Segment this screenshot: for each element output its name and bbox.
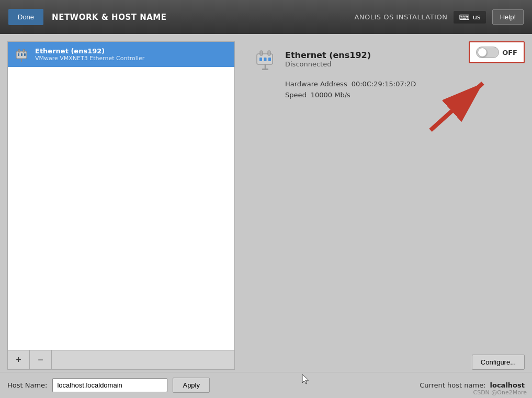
apply-button[interactable]: Apply bbox=[173, 378, 210, 393]
network-list[interactable]: Ethernet (ens192) VMware VMXNET3 Etherne… bbox=[7, 41, 235, 350]
header-left: Done NETWORK & HOST NAME bbox=[8, 9, 167, 25]
header-right: ANOLIS OS INSTALLATION ⌨ us Help! bbox=[354, 9, 524, 25]
toggle-area[interactable]: OFF bbox=[469, 41, 525, 63]
keyboard-icon: ⌨ bbox=[459, 13, 469, 21]
svg-rect-12 bbox=[268, 58, 271, 61]
toggle-label: OFF bbox=[502, 49, 517, 56]
network-item-desc: VMware VMXNET3 Ethernet Controller bbox=[35, 55, 144, 62]
done-button[interactable]: Done bbox=[8, 9, 43, 25]
toggle-track[interactable] bbox=[476, 47, 499, 58]
bottom-right: Current host name: localhost bbox=[420, 381, 525, 389]
list-controls: + − bbox=[7, 350, 235, 370]
device-name: Ethernet (ens192) bbox=[285, 50, 371, 60]
ethernet-icon bbox=[13, 46, 30, 63]
hostname-input[interactable] bbox=[52, 378, 167, 392]
svg-rect-5 bbox=[24, 53, 26, 56]
left-panel: Ethernet (ens192) VMware VMXNET3 Etherne… bbox=[7, 41, 235, 370]
installation-title: ANOLIS OS INSTALLATION bbox=[354, 13, 447, 21]
svg-rect-11 bbox=[264, 58, 267, 61]
device-details: Hardware Address 00:0C:29:15:07:2D Speed… bbox=[253, 80, 525, 99]
keyboard-indicator[interactable]: ⌨ us bbox=[454, 11, 485, 24]
device-icon bbox=[253, 47, 278, 72]
list-item[interactable]: Ethernet (ens192) VMware VMXNET3 Etherne… bbox=[8, 42, 234, 67]
current-hostname-value: localhost bbox=[490, 381, 525, 389]
remove-network-button[interactable]: − bbox=[30, 350, 52, 369]
svg-rect-3 bbox=[18, 53, 19, 56]
toggle-thumb bbox=[478, 48, 487, 57]
svg-rect-2 bbox=[23, 49, 25, 52]
right-panel: OFF bbox=[242, 41, 525, 370]
help-button[interactable]: Help! bbox=[492, 9, 524, 25]
speed-row: Speed 10000 Mb/s bbox=[285, 91, 525, 99]
hostname-label: Host Name: bbox=[7, 381, 47, 389]
svg-rect-14 bbox=[262, 69, 268, 70]
ethernet-svg bbox=[13, 46, 30, 63]
svg-rect-9 bbox=[268, 51, 270, 55]
page-title: NETWORK & HOST NAME bbox=[52, 13, 166, 22]
device-status: Disconnected bbox=[285, 60, 371, 68]
hardware-address-row: Hardware Address 00:0C:29:15:07:2D bbox=[285, 80, 525, 88]
hardware-address-label: Hardware Address bbox=[285, 80, 347, 88]
svg-rect-8 bbox=[260, 51, 263, 55]
svg-rect-4 bbox=[21, 53, 22, 56]
main-content: Ethernet (ens192) VMware VMXNET3 Etherne… bbox=[0, 34, 532, 377]
network-item-name: Ethernet (ens192) bbox=[35, 47, 144, 55]
speed-label: Speed bbox=[285, 91, 307, 99]
speed-value: 10000 Mb/s bbox=[311, 91, 350, 99]
svg-rect-10 bbox=[259, 58, 262, 61]
header: Done NETWORK & HOST NAME ANOLIS OS INSTA… bbox=[0, 0, 532, 34]
bottom-left: Host Name: Apply bbox=[7, 378, 210, 393]
bottom-bar: Host Name: Apply Current host name: loca… bbox=[0, 372, 532, 398]
device-ethernet-icon bbox=[253, 47, 278, 72]
svg-rect-1 bbox=[18, 49, 20, 52]
hardware-address-value: 00:0C:29:15:07:2D bbox=[352, 80, 416, 88]
watermark: CSDN @One2More bbox=[473, 389, 527, 396]
device-title-group: Ethernet (ens192) Disconnected bbox=[285, 50, 371, 68]
current-hostname-label: Current host name: bbox=[420, 381, 485, 389]
keyboard-lang: us bbox=[473, 13, 481, 21]
configure-button[interactable]: Configure... bbox=[472, 355, 525, 370]
add-network-button[interactable]: + bbox=[8, 350, 30, 369]
network-item-text: Ethernet (ens192) VMware VMXNET3 Etherne… bbox=[35, 47, 144, 62]
